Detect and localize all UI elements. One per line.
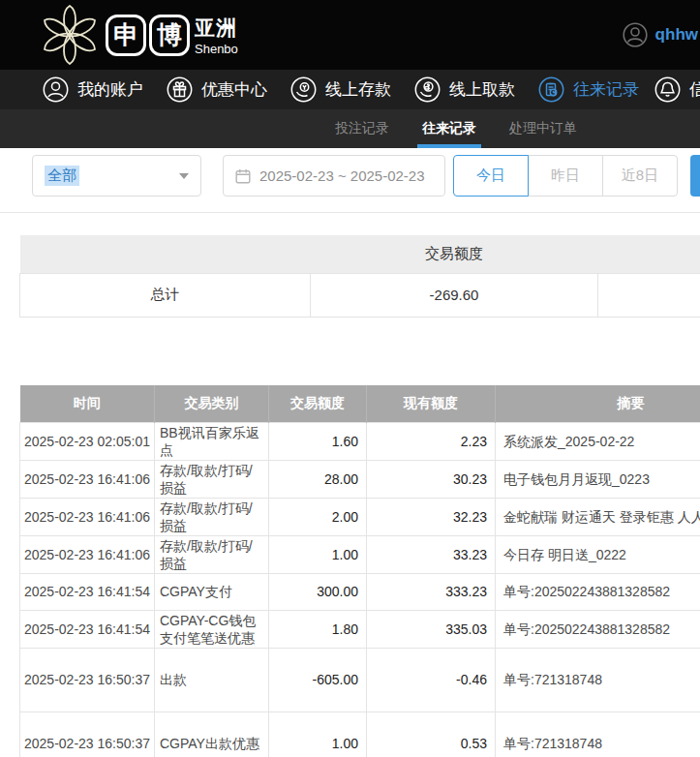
summary-total-row: 总计 -269.60 [20, 273, 700, 317]
tab-label: 往来记录 [422, 120, 476, 137]
nav-label: 我的账户 [77, 78, 143, 101]
nav-item-my-account[interactable]: 我的账户 [43, 76, 143, 103]
table-cell: -0.46 [367, 648, 496, 712]
gift-icon [167, 76, 193, 103]
tab-pending-orders[interactable]: 处理中订单 [502, 109, 585, 148]
table-row: 2025-02-23 16:41:54CGPAY-CG钱包支付笔笔送优惠1.80… [20, 610, 700, 648]
deposit-coin-icon [290, 76, 317, 103]
table-cell: 金蛇献瑞 财运通天 登录钜惠 人人皆 [496, 498, 700, 535]
table-row: 2025-02-23 16:50:37出款-605.00-0.46单号:7213… [20, 648, 700, 712]
table-cell: 30.23 [367, 460, 496, 498]
table-row: 2025-02-23 16:50:37CGPAY出款优惠1.000.53单号:7… [20, 712, 700, 757]
table-cell: 2025-02-23 16:41:06 [20, 460, 155, 498]
table-cell: 2.23 [367, 422, 496, 460]
top-header: 申 博 亚洲 Shenbo qhhw [0, 0, 700, 70]
summary-header-row: 交易额度 [20, 235, 700, 273]
brand-region: 亚洲 [195, 15, 238, 42]
summary-total-label: 总计 [20, 273, 311, 317]
table-cell: 32.23 [367, 498, 496, 535]
summary-header-empty [20, 235, 311, 273]
table-row: 2025-02-23 02:05:01BB视讯百家乐返点1.602.23系统派发… [20, 422, 700, 460]
table-cell: 单号:202502243881328582 [496, 573, 700, 610]
record-tabs: 投注记录 往来记录 处理中订单 [0, 109, 700, 148]
col-header-time: 时间 [20, 385, 155, 422]
today-button[interactable]: 今日 [453, 155, 529, 197]
withdraw-money-icon [414, 76, 441, 103]
type-dropdown-value: 全部 [45, 166, 79, 186]
bell-icon [654, 76, 681, 103]
table-cell: 1.00 [269, 712, 367, 757]
table-cell: 2025-02-23 16:41:54 [20, 610, 155, 648]
col-header-balance: 现有额度 [367, 385, 496, 422]
col-header-amount: 交易额度 [269, 385, 367, 422]
table-cell: 存款/取款/打码/损益 [155, 460, 269, 498]
table-cell: 出款 [155, 648, 269, 712]
table-cell: 系统派发_2025-02-22 [496, 422, 700, 460]
brand-text: 亚洲 Shenbo [195, 15, 238, 56]
table-cell: 今日存 明日送_0222 [496, 535, 700, 573]
table-cell: 333.23 [367, 573, 496, 610]
search-button[interactable] [690, 155, 700, 197]
table-row: 2025-02-23 16:41:06存款/取款/打码/损益1.0033.23今… [20, 535, 700, 573]
table-row: 2025-02-23 16:41:54CGPAY支付300.00333.23单号… [20, 573, 700, 610]
table-row: 2025-02-23 16:41:06存款/取款/打码/损益28.0030.23… [20, 460, 700, 498]
table-cell: 33.23 [367, 535, 496, 573]
brand-logo[interactable]: 申 博 [106, 15, 190, 56]
table-cell: 0.53 [367, 712, 496, 757]
nav-item-withdraw[interactable]: 线上取款 [414, 76, 515, 103]
page: 申 博 亚洲 Shenbo qhhw 我的账户 优惠中心 [0, 0, 700, 757]
col-header-summary: 摘要 [496, 385, 700, 422]
filter-bar: 全部 2025-02-23 ~ 2025-02-23 今日 昨日 近8日 [0, 148, 700, 216]
table-cell: 2025-02-23 16:41:06 [20, 498, 155, 535]
table-cell: 单号:721318748 [496, 712, 700, 757]
table-cell: 1.60 [269, 422, 367, 460]
table-cell: 2025-02-23 02:05:01 [20, 422, 155, 460]
username[interactable]: qhhw [655, 25, 698, 45]
summary-header-empty [598, 235, 700, 273]
main-nav: 我的账户 优惠中心 线上存款 线上取款 往来记录 信息 [0, 70, 700, 109]
nav-item-messages[interactable]: 信息 [654, 76, 700, 103]
table-cell: 1.80 [269, 610, 367, 648]
table-cell: CGPAY支付 [155, 573, 269, 610]
nav-label: 线上取款 [449, 78, 515, 101]
nav-label: 信息 [689, 78, 700, 101]
nav-item-promotions[interactable]: 优惠中心 [167, 76, 267, 103]
user-avatar-icon [623, 22, 648, 47]
yesterday-button[interactable]: 昨日 [528, 155, 603, 197]
nav-item-deposit[interactable]: 线上存款 [290, 76, 391, 103]
table-cell: CGPAY-CG钱包支付笔笔送优惠 [155, 610, 269, 648]
records-clipboard-icon [538, 76, 564, 103]
tab-transaction-records[interactable]: 往来记录 [414, 109, 484, 148]
date-range-input[interactable]: 2025-02-23 ~ 2025-02-23 [223, 155, 445, 197]
nav-item-transactions[interactable]: 往来记录 [538, 76, 639, 103]
calendar-icon [235, 168, 251, 184]
table-cell: 2025-02-23 16:41:06 [20, 535, 155, 573]
table-row: 2025-02-23 16:41:06存款/取款/打码/损益2.0032.23金… [20, 498, 700, 535]
table-cell: 单号:202502243881328582 [496, 610, 700, 648]
col-header-type: 交易类别 [155, 385, 269, 422]
table-cell: 2025-02-23 16:41:54 [20, 573, 155, 610]
summary-empty-cell [598, 273, 700, 317]
table-cell: 存款/取款/打码/损益 [155, 498, 269, 535]
user-area[interactable]: qhhw [623, 0, 698, 70]
divider-line [0, 212, 700, 213]
type-dropdown[interactable]: 全部 [32, 155, 201, 197]
summary-table: 交易额度 总计 -269.60 [19, 235, 700, 318]
last8days-button[interactable]: 近8日 [602, 155, 678, 197]
table-cell: 1.00 [269, 535, 367, 573]
nav-label: 线上存款 [325, 78, 391, 101]
tab-bet-records[interactable]: 投注记录 [327, 109, 397, 148]
table-cell: 335.03 [367, 610, 496, 648]
brand-char-box: 申 [106, 15, 146, 56]
lotus-flower-icon [40, 5, 100, 65]
nav-label: 往来记录 [573, 78, 639, 101]
table-cell: BB视讯百家乐返点 [155, 422, 269, 460]
summary-header-amount: 交易额度 [311, 235, 598, 273]
table-cell: CGPAY出款优惠 [155, 712, 269, 757]
table-cell: 2025-02-23 16:50:37 [20, 648, 155, 712]
table-cell: 300.00 [269, 573, 367, 610]
table-cell: 2025-02-23 16:50:37 [20, 712, 155, 757]
table-cell: 2.00 [269, 498, 367, 535]
date-range-value: 2025-02-23 ~ 2025-02-23 [259, 167, 425, 184]
table-cell: -605.00 [269, 648, 367, 712]
